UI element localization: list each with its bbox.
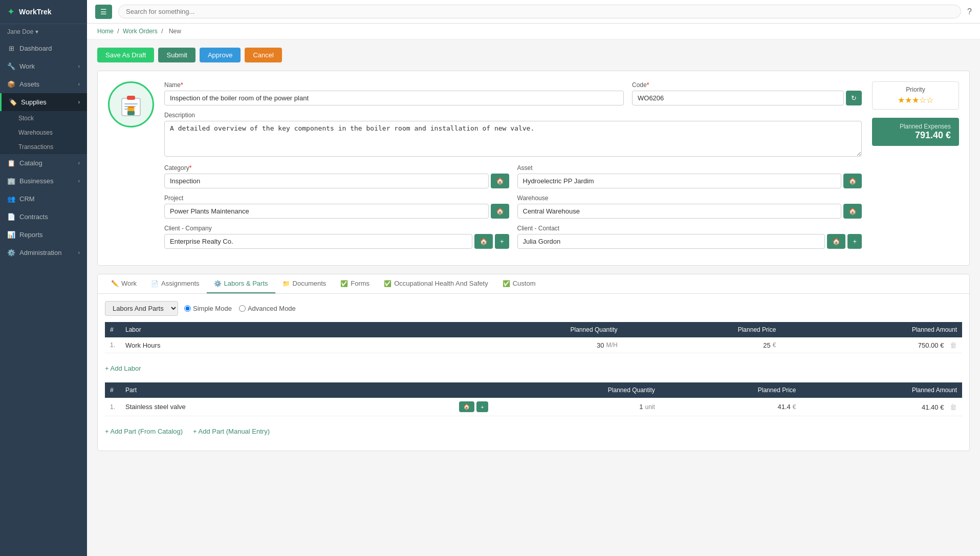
advanced-mode-radio[interactable]: [239, 305, 246, 312]
code-input[interactable]: [632, 91, 844, 105]
add-part-manual-label: + Add Part (Manual Entry): [193, 427, 270, 435]
tabs-card: ✏️ Work 📄 Assignments ⚙️ Labors & Parts …: [97, 274, 970, 451]
simple-mode-radio[interactable]: [184, 305, 191, 312]
part-delete-button[interactable]: 🗑: [950, 403, 957, 411]
tab-assignments[interactable]: 📄 Assignments: [144, 274, 206, 293]
tab-custom[interactable]: ✅ Custom: [495, 274, 543, 293]
submit-button[interactable]: Submit: [158, 48, 195, 62]
tab-occupational-health[interactable]: ✅ Occupational Health And Safety: [377, 274, 495, 293]
part-price-value: 41.4: [777, 403, 790, 411]
client-company-input[interactable]: [164, 234, 472, 249]
sidebar-item-dashboard[interactable]: ⊞ Dashboard: [0, 39, 87, 57]
search-input[interactable]: [118, 5, 961, 18]
labor-col-planned-price: Planned Price: [623, 322, 781, 337]
code-label: Code*: [632, 81, 862, 89]
svg-rect-3: [124, 103, 138, 104]
sidebar-item-reports[interactable]: 📊 Reports: [0, 226, 87, 244]
part-add-button[interactable]: +: [476, 401, 488, 412]
save-as-draft-button[interactable]: Save As Draft: [97, 48, 154, 62]
tab-documents-label: Documents: [293, 280, 326, 287]
category-label: Category*: [164, 164, 509, 172]
part-qty-value: 1: [639, 403, 643, 411]
avatar-circle: [108, 81, 154, 127]
sidebar-item-supplies[interactable]: 🏷️ Supplies ›: [0, 93, 87, 111]
approve-button[interactable]: Approve: [200, 48, 241, 62]
menu-button[interactable]: ☰: [95, 5, 112, 19]
help-icon[interactable]: ?: [967, 7, 972, 16]
sidebar-item-crm[interactable]: 👥 CRM: [0, 190, 87, 208]
simple-mode-radio-label[interactable]: Simple Mode: [184, 305, 232, 312]
action-buttons: Save As Draft Submit Approve Cancel: [97, 48, 970, 62]
warehouse-select-button[interactable]: 🏠: [843, 204, 862, 219]
warehouse-input[interactable]: [517, 204, 842, 219]
labor-header-row: # Labor Planned Quantity Planned Price P…: [105, 322, 962, 337]
client-contact-input-group: 🏠 +: [517, 234, 862, 249]
client-contact-input[interactable]: [517, 234, 825, 249]
client-company-group: Client - Company 🏠 +: [164, 225, 509, 249]
labor-amount-value: 750.00 €: [918, 341, 944, 349]
part-select-button[interactable]: 🏠: [459, 401, 474, 412]
client-company-add-button[interactable]: +: [495, 234, 509, 249]
name-input[interactable]: [164, 91, 624, 105]
tab-labors-parts-label: Labors & Parts: [224, 280, 268, 287]
gear-icon: ⚙️: [214, 280, 222, 287]
asset-input[interactable]: [517, 174, 842, 188]
sidebar-item-catalog[interactable]: 📋 Catalog ‹: [0, 154, 87, 172]
part-name-input[interactable]: [125, 403, 456, 411]
labor-name-input[interactable]: [125, 341, 430, 349]
sidebar-item-assets[interactable]: 📦 Assets ‹: [0, 75, 87, 93]
labor-delete-button[interactable]: 🗑: [950, 341, 957, 349]
part-header-row: # Part Planned Quantity Planned Price Pl…: [105, 382, 962, 398]
client-company-select-button[interactable]: 🏠: [474, 234, 493, 249]
topbar: ☰ ?: [87, 0, 980, 24]
code-group: Code* ↻: [632, 81, 862, 105]
project-input[interactable]: [164, 204, 489, 219]
pencil-icon: ✏️: [111, 280, 119, 287]
sidebar-sub-item-warehouses[interactable]: Warehouses: [0, 125, 87, 140]
sidebar-item-businesses[interactable]: 🏢 Businesses ‹: [0, 172, 87, 190]
add-part-manual-button[interactable]: + Add Part (Manual Entry): [193, 424, 270, 438]
tab-labors-parts[interactable]: ⚙️ Labors & Parts: [207, 274, 275, 293]
tab-forms-label: Forms: [351, 280, 369, 287]
code-refresh-button[interactable]: ↻: [846, 91, 862, 105]
part-col-planned-qty: Planned Quantity: [493, 382, 660, 398]
tab-forms[interactable]: ✅ Forms: [333, 274, 377, 293]
svg-rect-7: [127, 111, 135, 115]
advanced-mode-radio-label[interactable]: Advanced Mode: [239, 305, 296, 312]
sidebar-item-contracts[interactable]: 📄 Contracts: [0, 208, 87, 226]
project-select-button[interactable]: 🏠: [491, 204, 509, 219]
client-contact-add-button[interactable]: +: [847, 234, 862, 249]
category-input[interactable]: [164, 174, 489, 188]
assets-icon: 📦: [7, 80, 15, 88]
tab-documents[interactable]: 📁 Documents: [275, 274, 334, 293]
add-part-catalog-button[interactable]: + Add Part (From Catalog): [105, 424, 183, 438]
breadcrumb-home[interactable]: Home: [97, 28, 114, 35]
contracts-icon: 📄: [7, 213, 15, 221]
add-labor-button[interactable]: + Add Labor: [105, 361, 141, 375]
labor-row-qty: 30 M/H: [435, 337, 623, 353]
cancel-button[interactable]: Cancel: [245, 48, 281, 62]
asset-select-button[interactable]: 🏠: [843, 174, 862, 188]
breadcrumb-sep: /: [117, 28, 119, 35]
sidebar-sub-item-transactions[interactable]: Transactions: [0, 140, 87, 154]
category-select-button[interactable]: 🏠: [491, 174, 509, 188]
labors-parts-dropdown[interactable]: Labors And Parts Labors Only Parts Only: [105, 301, 178, 316]
sidebar: ✦ WorkTrek Jane Doe ▾ ⊞ Dashboard 🔧 Work…: [0, 0, 87, 556]
labor-qty-value: 30: [597, 341, 604, 349]
breadcrumb-sep: /: [161, 28, 163, 35]
tab-work[interactable]: ✏️ Work: [104, 274, 144, 293]
sidebar-sub-item-stock[interactable]: Stock: [0, 111, 87, 125]
sidebar-item-work[interactable]: 🔧 Work ‹: [0, 57, 87, 75]
breadcrumb-work-orders[interactable]: Work Orders: [123, 28, 158, 35]
part-row-part: 🏠 +: [120, 398, 493, 416]
client-company-label: Client - Company: [164, 225, 509, 232]
tab-content-labors-parts: Labors And Parts Labors Only Parts Only …: [98, 294, 969, 451]
warehouse-group: Warehouse 🏠: [517, 195, 862, 219]
labor-price-value: 25: [763, 341, 770, 349]
sidebar-item-administration[interactable]: ⚙️ Administration ‹: [0, 244, 87, 262]
description-input[interactable]: A detailed overview of the key component…: [164, 121, 862, 157]
client-contact-select-button[interactable]: 🏠: [827, 234, 845, 249]
code-input-group: ↻: [632, 91, 862, 105]
labor-row-num: 1.: [105, 337, 120, 353]
user-menu[interactable]: Jane Doe ▾: [0, 24, 87, 39]
